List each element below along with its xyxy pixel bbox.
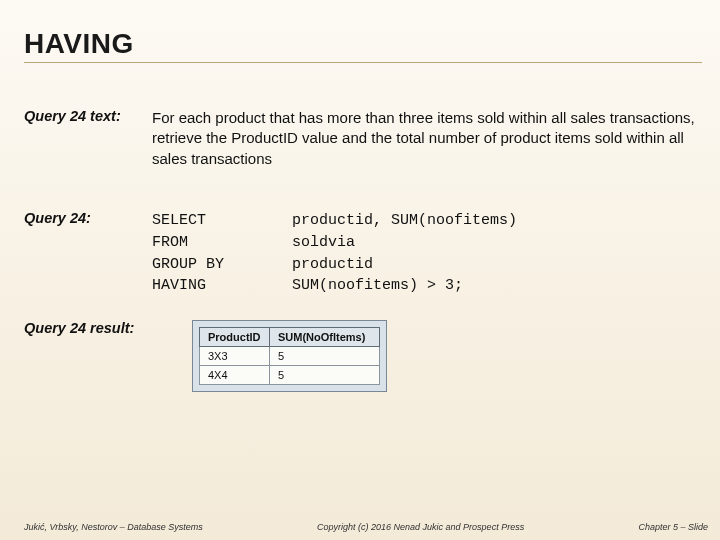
sql-arg-from: soldvia [292,232,517,254]
query-result-row: Query 24 result: ProductID SUM(NoOfItems… [24,320,702,392]
table-cell: 3X3 [200,347,270,366]
result-box: ProductID SUM(NoOfItems) 3X3 5 4X4 5 [192,320,387,392]
query-result-label: Query 24 result: [24,320,152,336]
sql-arg-having: SUM(noofitems) > 3; [292,275,517,297]
query-text-label: Query 24 text: [24,108,152,124]
query-sql-label: Query 24: [24,210,152,226]
slide-footer: Jukić, Vrbsky, Nestorov – Database Syste… [24,522,708,532]
footer-left: Jukić, Vrbsky, Nestorov – Database Syste… [24,522,203,532]
table-cell: 4X4 [200,366,270,385]
table-cell: 5 [270,366,380,385]
sql-kw-groupby: GROUP BY [152,254,292,276]
sql-arg-groupby: productid [292,254,517,276]
table-header-row: ProductID SUM(NoOfItems) [200,328,380,347]
sql-arg-select: productid, SUM(noofitems) [292,210,517,232]
result-table: ProductID SUM(NoOfItems) 3X3 5 4X4 5 [199,327,380,385]
sql-kw-having: HAVING [152,275,292,297]
query-text-row: Query 24 text: For each product that has… [24,108,702,169]
footer-right: Chapter 5 – Slide [638,522,708,532]
sql-kw-select: SELECT [152,210,292,232]
table-header-cell: SUM(NoOfItems) [270,328,380,347]
sql-args: productid, SUM(noofitems) soldvia produc… [292,210,517,297]
footer-center: Copyright (c) 2016 Nenad Jukic and Prosp… [317,522,524,532]
table-row: 3X3 5 [200,347,380,366]
sql-kw-from: FROM [152,232,292,254]
table-row: 4X4 5 [200,366,380,385]
query-sql-row: Query 24: SELECT FROM GROUP BY HAVING pr… [24,210,702,297]
sql-block: SELECT FROM GROUP BY HAVING productid, S… [152,210,517,297]
slide-title: HAVING [24,28,702,63]
table-header-cell: ProductID [200,328,270,347]
query-text-body: For each product that has more than thre… [152,108,702,169]
table-cell: 5 [270,347,380,366]
sql-keywords: SELECT FROM GROUP BY HAVING [152,210,292,297]
